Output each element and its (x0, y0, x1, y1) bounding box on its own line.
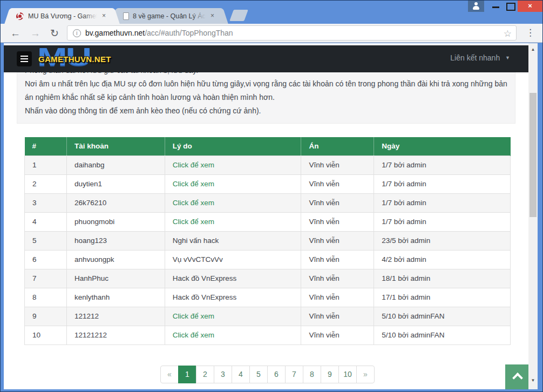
tab-close-icon[interactable]: × (100, 12, 108, 20)
cell-sentence: Vĩnh viễn (301, 174, 374, 193)
page-prev[interactable]: « (160, 366, 179, 383)
reason-link[interactable]: Click để xem (165, 307, 301, 326)
window-controls: × (468, 1, 542, 12)
cell-account: anhvuongpk (66, 250, 165, 269)
cell-no: 7 (25, 269, 67, 288)
tab-title: MU Bá Vương - Gamethu (28, 12, 97, 20)
quick-links-label: Liên kết nhanh (450, 53, 500, 62)
cell-account: phuongmobi (66, 212, 165, 231)
cell-no: 10 (25, 326, 67, 344)
cell-sentence: Vĩnh viễn (301, 269, 374, 288)
close-button[interactable]: × (518, 1, 542, 12)
cell-no: 6 (25, 250, 67, 269)
reason-link[interactable]: Click để xem (165, 156, 301, 174)
scrollbar-up-icon[interactable]: ▲ (528, 45, 538, 54)
page-icon (123, 12, 129, 20)
cell-reason: Hack đồ VnExpress (165, 269, 301, 288)
page-next[interactable]: » (356, 366, 375, 383)
vertical-scrollbar: ▲ ▼ (528, 43, 538, 389)
ban-list-table: # Tài khoản Lý do Án Ngày 1 daihanbg Cli… (24, 137, 511, 345)
intro-paragraph: Nơi âm u nhất trên lục địa MU sự cô đơn … (25, 77, 507, 104)
table-row[interactable]: 6 anhvuongpk Vụ vVvCTCvVv Vĩnh viễn 4/2 … (25, 250, 511, 269)
hamburger-menu-icon[interactable] (17, 51, 32, 66)
table-row[interactable]: 3 26k76210 Click để xem Vĩnh viễn 1/7 bở… (25, 193, 511, 212)
table-header-row: # Tài khoản Lý do Án Ngày (25, 137, 511, 156)
forward-icon[interactable]: → (25, 28, 45, 38)
pagination: « 1 2 3 4 5 6 7 8 9 10 » (24, 366, 511, 383)
site-logo[interactable]: MU GAMETHUVN.NET (37, 45, 124, 72)
cell-reason: Hack đồ VnExpress (165, 288, 301, 307)
maximize-button[interactable] (504, 1, 517, 12)
back-icon[interactable]: ← (5, 28, 25, 38)
page-5[interactable]: 5 (249, 366, 268, 383)
cell-sentence: Vĩnh viễn (301, 212, 374, 231)
cell-date: 1/7 bởi admin (374, 174, 511, 193)
site-header: MU GAMETHUVN.NET Liên kết nhanh ▼ (4, 45, 528, 72)
new-tab-button[interactable] (229, 10, 248, 21)
bookmark-star-icon[interactable]: ☆ (504, 28, 512, 39)
quick-links-dropdown[interactable]: Liên kết nhanh ▼ (450, 53, 510, 62)
scrollbar-thumb[interactable] (530, 93, 537, 217)
profile-icon[interactable] (468, 1, 484, 12)
table-row[interactable]: 8 kenlythanh Hack đồ VnExpress Vĩnh viễn… (25, 288, 511, 307)
cell-date: 4/2 bởi admin (374, 250, 511, 269)
mu-pinwheel-icon (16, 12, 24, 21)
table-row[interactable]: 1 daihanbg Click để xem Vĩnh viễn 1/7 bở… (25, 156, 511, 174)
page-7[interactable]: 7 (285, 366, 303, 383)
cell-no: 1 (25, 156, 67, 174)
page-1[interactable]: 1 (178, 366, 196, 383)
cell-sentence: Vĩnh viễn (301, 250, 374, 269)
tab-title: 8 về game - Quản Lý Ác (133, 12, 206, 20)
address-bar[interactable]: i bv.gamethuvn.net/acc/#auth/TopPhongTha… (67, 25, 517, 40)
page-6[interactable]: 6 (267, 366, 286, 383)
tab-strip: MU Bá Vương - Gamethu × 8 về game - Quản… (1, 1, 542, 24)
cell-no: 8 (25, 288, 67, 307)
reason-link[interactable]: Click để xem (165, 212, 301, 231)
cell-date: 1/7 bởi admin (374, 212, 511, 231)
cell-account: 26k76210 (66, 193, 165, 212)
table-row[interactable]: 7 HanhPhuc Hack đồ VnExpress Vĩnh viễn 1… (25, 269, 511, 288)
reason-link[interactable]: Click để xem (165, 193, 301, 212)
page-3[interactable]: 3 (214, 366, 232, 383)
minimize-button[interactable] (490, 1, 503, 12)
cell-account: daihanbg (66, 156, 165, 174)
page-viewport: Phong thần đài nơi lưu giữ các tài khoản… (4, 43, 528, 389)
col-header-date: Ngày (374, 137, 511, 156)
cell-account: hoang123 (66, 231, 165, 250)
cell-reason: Nghi vấn hack (165, 231, 301, 250)
info-icon[interactable]: i (73, 29, 81, 37)
table-row[interactable]: 9 121212 Click để xem Vĩnh viễn 5/10 bởi… (25, 307, 511, 326)
tab-mu-ba-vuong[interactable]: MU Bá Vương - Gamethu × (11, 8, 113, 24)
refresh-icon[interactable]: ↻ (45, 28, 64, 38)
tab-8-ve-game[interactable]: 8 về game - Quản Lý Ác × (117, 8, 222, 24)
cell-no: 3 (25, 193, 67, 212)
chevron-up-icon (512, 373, 523, 383)
table-row[interactable]: 5 hoang123 Nghi vấn hack Vĩnh viễn 23/5 … (25, 231, 511, 250)
tab-close-icon[interactable]: × (208, 12, 216, 20)
page-2[interactable]: 2 (196, 366, 214, 383)
page-8[interactable]: 8 (303, 366, 321, 383)
reason-link[interactable]: Click để xem (165, 326, 301, 344)
cell-sentence: Vĩnh viễn (301, 156, 374, 174)
scrollbar-down-icon[interactable]: ▼ (528, 376, 538, 385)
table-row[interactable]: 2 duytien1 Click để xem Vĩnh viễn 1/7 bở… (25, 174, 511, 193)
cell-date: 5/10 bởi adminFAN (374, 307, 511, 326)
page-10[interactable]: 10 (338, 366, 357, 383)
window-border (538, 43, 543, 392)
cell-date: 23/5 bởi admin (374, 231, 511, 250)
table-row[interactable]: 10 12121212 Click để xem Vĩnh viễn 5/10 … (25, 326, 511, 344)
cell-sentence: Vĩnh viễn (301, 326, 374, 344)
page-9[interactable]: 9 (321, 366, 339, 383)
table-row[interactable]: 4 phuongmobi Click để xem Vĩnh viễn 1/7 … (25, 212, 511, 231)
page-4[interactable]: 4 (232, 366, 250, 383)
cell-date: 18/1 bởi admin (374, 269, 511, 288)
browser-menu-icon[interactable]: ⋮ (526, 27, 535, 38)
reason-link[interactable]: Click để xem (165, 174, 301, 193)
cell-no: 5 (25, 231, 67, 250)
col-header-sentence: Án (301, 137, 374, 156)
scroll-to-top-button[interactable] (505, 364, 528, 389)
intro-panel: Phong thần đài nơi lưu giữ các tài khoản… (17, 70, 515, 124)
browser-window: MU Bá Vương - Gamethu × 8 về game - Quản… (0, 0, 543, 392)
logo-domain-text: GAMETHUVN.NET (38, 55, 111, 64)
cell-sentence: Vĩnh viễn (301, 231, 374, 250)
